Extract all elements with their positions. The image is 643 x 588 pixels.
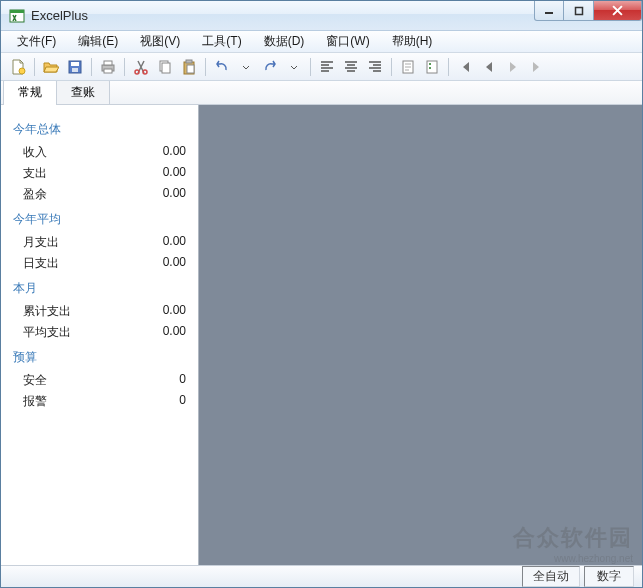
value: 0.00 — [163, 324, 186, 341]
label: 日支出 — [23, 255, 59, 272]
svg-rect-6 — [71, 62, 79, 66]
window-controls — [534, 1, 642, 21]
next-icon[interactable] — [502, 56, 524, 78]
svg-point-4 — [19, 68, 25, 74]
body-split: 今年总体 收入0.00 支出0.00 盈余0.00 今年平均 月支出0.00 日… — [1, 105, 642, 565]
tab-audit[interactable]: 查账 — [56, 81, 110, 104]
label: 盈余 — [23, 186, 47, 203]
titlebar: ExcelPlus — [1, 1, 642, 31]
copy-icon[interactable] — [154, 56, 176, 78]
undo-icon[interactable] — [211, 56, 233, 78]
align-right-icon[interactable] — [364, 56, 386, 78]
section-year-avg: 今年平均 — [13, 211, 186, 228]
minimize-button[interactable] — [534, 1, 564, 21]
menu-view[interactable]: 视图(V) — [130, 31, 190, 52]
svg-point-11 — [135, 70, 139, 74]
value: 0.00 — [163, 186, 186, 203]
section-budget: 预算 — [13, 349, 186, 366]
statusbar: 全自动 数字 — [1, 565, 642, 587]
svg-rect-3 — [575, 7, 582, 14]
maximize-button[interactable] — [564, 1, 594, 21]
menu-tools[interactable]: 工具(T) — [192, 31, 251, 52]
svg-rect-21 — [429, 67, 431, 69]
value: 0.00 — [163, 303, 186, 320]
prev-icon[interactable] — [478, 56, 500, 78]
last-icon[interactable] — [526, 56, 548, 78]
redo-icon[interactable] — [259, 56, 281, 78]
menu-data[interactable]: 数据(D) — [254, 31, 315, 52]
label: 平均支出 — [23, 324, 71, 341]
svg-rect-17 — [187, 65, 194, 73]
toolbar-separator — [391, 58, 392, 76]
toolbar-separator — [91, 58, 92, 76]
label: 安全 — [23, 372, 47, 389]
align-center-icon[interactable] — [340, 56, 362, 78]
side-panel: 今年总体 收入0.00 支出0.00 盈余0.00 今年平均 月支出0.00 日… — [1, 105, 199, 565]
toolbar-separator — [448, 58, 449, 76]
print-icon[interactable] — [97, 56, 119, 78]
window-title: ExcelPlus — [31, 8, 88, 23]
paste-icon[interactable] — [178, 56, 200, 78]
row-income: 收入0.00 — [13, 142, 186, 163]
label: 支出 — [23, 165, 47, 182]
svg-rect-19 — [427, 61, 437, 73]
menu-help[interactable]: 帮助(H) — [382, 31, 443, 52]
svg-rect-7 — [72, 68, 78, 72]
menu-window[interactable]: 窗口(W) — [316, 31, 379, 52]
save-icon[interactable] — [64, 56, 86, 78]
row-alarm: 报警0 — [13, 391, 186, 412]
toolbar-separator — [34, 58, 35, 76]
value: 0.00 — [163, 165, 186, 182]
toolbar — [1, 53, 642, 81]
content-area: 常规 查账 今年总体 收入0.00 支出0.00 盈余0.00 今年平均 月支出… — [1, 81, 642, 565]
menubar: 文件(F) 编辑(E) 视图(V) 工具(T) 数据(D) 窗口(W) 帮助(H… — [1, 31, 642, 53]
align-left-icon[interactable] — [316, 56, 338, 78]
cut-icon[interactable] — [130, 56, 152, 78]
value: 0 — [179, 393, 186, 410]
value: 0 — [179, 372, 186, 389]
document-icon[interactable] — [397, 56, 419, 78]
toolbar-separator — [124, 58, 125, 76]
tab-general[interactable]: 常规 — [3, 81, 57, 105]
label: 月支出 — [23, 234, 59, 251]
section-this-month: 本月 — [13, 280, 186, 297]
label: 收入 — [23, 144, 47, 161]
svg-rect-9 — [104, 61, 112, 65]
app-window: ExcelPlus 文件(F) 编辑(E) 视图(V) 工具(T) 数据(D) … — [0, 0, 643, 588]
open-folder-icon[interactable] — [40, 56, 62, 78]
section-year-total: 今年总体 — [13, 121, 186, 138]
status-num: 数字 — [584, 566, 634, 587]
tab-bar: 常规 查账 — [1, 81, 642, 105]
label: 累计支出 — [23, 303, 71, 320]
toolbar-separator — [310, 58, 311, 76]
first-icon[interactable] — [454, 56, 476, 78]
svg-point-12 — [143, 70, 147, 74]
row-avg-expense: 平均支出0.00 — [13, 322, 186, 343]
main-workspace[interactable] — [199, 105, 642, 565]
value: 0.00 — [163, 255, 186, 272]
row-day-expense: 日支出0.00 — [13, 253, 186, 274]
svg-rect-16 — [186, 60, 192, 63]
dropdown-icon[interactable] — [235, 56, 257, 78]
row-safe: 安全0 — [13, 370, 186, 391]
new-file-icon[interactable] — [7, 56, 29, 78]
toolbar-separator — [205, 58, 206, 76]
row-accum-expense: 累计支出0.00 — [13, 301, 186, 322]
row-month-expense: 月支出0.00 — [13, 232, 186, 253]
value: 0.00 — [163, 144, 186, 161]
row-expense: 支出0.00 — [13, 163, 186, 184]
dropdown-icon[interactable] — [283, 56, 305, 78]
svg-rect-20 — [429, 63, 431, 65]
label: 报警 — [23, 393, 47, 410]
app-icon — [9, 8, 25, 24]
row-balance: 盈余0.00 — [13, 184, 186, 205]
close-button[interactable] — [594, 1, 642, 21]
menu-file[interactable]: 文件(F) — [7, 31, 66, 52]
status-mode: 全自动 — [522, 566, 580, 587]
svg-rect-1 — [10, 10, 24, 13]
properties-icon[interactable] — [421, 56, 443, 78]
menu-edit[interactable]: 编辑(E) — [68, 31, 128, 52]
svg-rect-10 — [104, 69, 112, 73]
svg-rect-14 — [162, 63, 170, 73]
value: 0.00 — [163, 234, 186, 251]
